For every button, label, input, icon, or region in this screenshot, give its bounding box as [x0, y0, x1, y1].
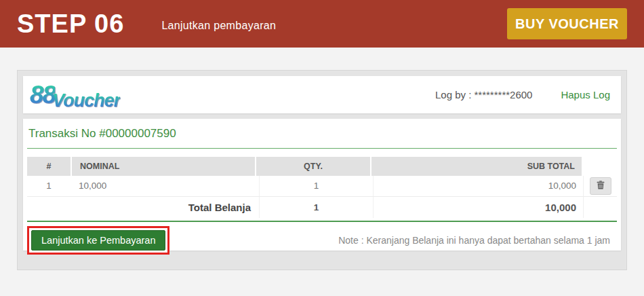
logo-text-voucher: Voucher [52, 92, 120, 110]
table-header-row: # NOMINAL QTY. SUB TOTAL [27, 157, 617, 176]
checkout-card: 88 Voucher Log by : *********2600 Hapus … [17, 70, 627, 270]
step-banner: STEP 06 Lanjutkan pembayaran BUY VOUCHER [0, 0, 644, 48]
cell-index: 1 [27, 176, 71, 196]
logo-text-88: 88 [30, 82, 55, 107]
table-row: 1 10,000 1 10,000 [27, 176, 617, 197]
page: STEP 06 Lanjutkan pembayaran BUY VOUCHER… [0, 0, 644, 296]
tutorial-highlight-box: Lanjutkan ke Pembayaran [27, 226, 169, 255]
total-label: Total Belanja [71, 197, 259, 218]
logo-bar: 88 Voucher Log by : *********2600 Hapus … [23, 76, 621, 113]
continue-payment-button[interactable]: Lanjutkan ke Pembayaran [31, 230, 165, 251]
col-header-action [583, 157, 617, 176]
total-qty: 1 [259, 197, 373, 218]
cart-table: # NOMINAL QTY. SUB TOTAL 1 10,000 1 10,0… [27, 157, 617, 218]
cell-subtotal: 10,000 [373, 176, 583, 196]
transaction-panel: Transaksi No #00000007590 # NOMINAL QTY.… [23, 119, 621, 251]
total-subtotal: 10,000 [373, 197, 583, 218]
hapus-log-link[interactable]: Hapus Log [561, 89, 610, 100]
cart-expiry-note: Note : Keranjang Belanja ini hanya dapat… [338, 235, 610, 246]
site-logo[interactable]: 88 Voucher [30, 82, 120, 107]
col-header-index: # [27, 157, 71, 176]
step-number-label: STEP 06 [17, 10, 124, 39]
buy-voucher-button[interactable]: BUY VOUCHER [507, 8, 627, 39]
total-spacer [27, 197, 71, 218]
panel-footer: Lanjutkan ke Pembayaran Note : Keranjang… [27, 221, 617, 255]
session-info: Log by : *********2600 Hapus Log [435, 89, 610, 100]
step-subtitle: Lanjutkan pembayaran [161, 20, 276, 32]
col-header-nominal: NOMINAL [72, 157, 255, 176]
table-total-row: Total Belanja 1 10,000 [27, 197, 617, 218]
transaction-number-heading: Transaksi No #00000007590 [27, 126, 617, 149]
cell-qty: 1 [259, 176, 373, 196]
delete-item-button[interactable] [590, 177, 611, 195]
col-header-qty: QTY. [256, 157, 370, 176]
cell-action [583, 176, 617, 196]
log-by-label: Log by : *********2600 [435, 89, 532, 100]
trash-icon [597, 181, 605, 191]
col-header-subtotal: SUB TOTAL [371, 157, 582, 176]
total-action-spacer [583, 197, 617, 218]
cell-nominal: 10,000 [71, 176, 259, 196]
